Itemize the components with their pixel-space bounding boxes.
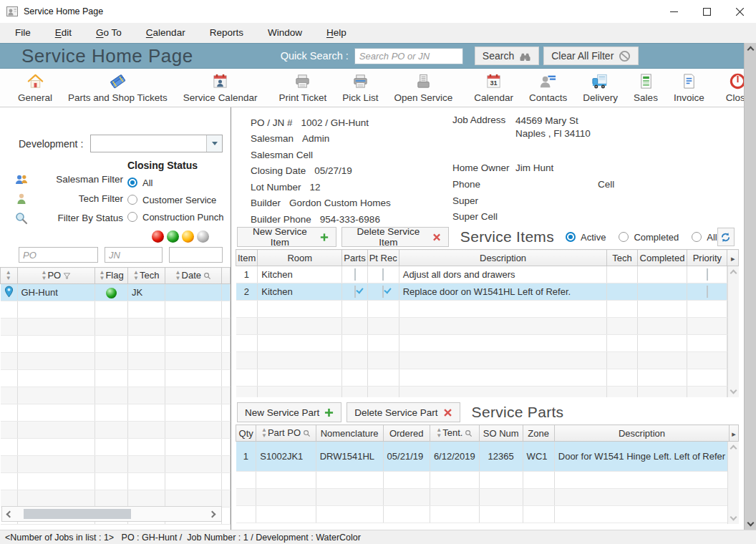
magnifier-small-icon[interactable] (465, 429, 472, 437)
jobs-empty-row[interactable] (1, 353, 231, 370)
close-window-button[interactable] (723, 0, 756, 23)
sort-icon[interactable]: ▲▼ (175, 270, 180, 281)
si-empty-row[interactable] (236, 301, 739, 318)
menu-item-window[interactable]: Window (256, 23, 314, 42)
toolbar-button-service-calendar[interactable]: Service Calendar (175, 70, 266, 106)
jobs-empty-row[interactable] (1, 370, 231, 387)
jobs-empty-row[interactable] (1, 404, 231, 422)
si-empty-row[interactable] (236, 335, 739, 352)
sp-column-part-po[interactable]: ▲▼Part PO (256, 425, 316, 442)
filter-row-tech-filter[interactable]: Tech Filter (0, 189, 127, 208)
radio-closing-status-all[interactable]: All (127, 174, 231, 191)
sp-empty-row[interactable] (236, 489, 739, 506)
toolbar-button-delivery[interactable]: Delivery (575, 70, 626, 106)
search-button[interactable]: Search (475, 47, 539, 65)
service-item-row[interactable]: 2KitchenReplace door on W1541HL Left of … (236, 283, 739, 301)
status-light-green[interactable] (167, 230, 179, 243)
sort-icon[interactable]: ▲▼ (41, 270, 46, 281)
si-column-priority[interactable]: Priority (687, 250, 727, 266)
si-empty-row[interactable] (236, 318, 739, 335)
jobs-empty-row[interactable] (1, 336, 231, 353)
menu-item-go-to[interactable]: Go To (84, 23, 134, 42)
checkbox[interactable] (382, 268, 384, 281)
filter-funnel-icon[interactable] (63, 272, 71, 280)
si-column-tech[interactable]: Tech (607, 250, 637, 266)
scrollbar-thumb[interactable] (24, 509, 131, 519)
sort-icon[interactable]: ▲▼ (99, 270, 104, 281)
sort-icon[interactable]: ▲▼ (436, 427, 441, 439)
sp-column-description[interactable]: Description (554, 425, 729, 442)
checkbox[interactable] (707, 286, 708, 298)
si-column-description[interactable]: Description (399, 250, 607, 266)
status-light-red[interactable] (152, 230, 164, 243)
clear-all-filter-button[interactable]: Clear All Filter (543, 47, 639, 65)
sp-empty-row[interactable] (236, 506, 739, 523)
minimize-button[interactable] (657, 0, 690, 23)
toolbar-button-general[interactable]: General (10, 70, 60, 106)
si-column-item[interactable]: Item (236, 250, 258, 266)
toolbar-button-contacts[interactable]: Contacts (521, 70, 575, 106)
scroll-down-icon[interactable] (730, 387, 737, 394)
scroll-up-icon[interactable] (730, 270, 737, 277)
sp-column-nomenclature[interactable]: Nomenclature (316, 425, 383, 442)
filter-row-salesman-filter[interactable]: Salesman Filter (0, 170, 127, 189)
radio-view-all[interactable]: All (692, 228, 717, 246)
service-item-row[interactable]: 1KitchenAdjust all dors and drawers (236, 266, 739, 283)
jobs-empty-row[interactable] (1, 439, 231, 456)
jobs-empty-row[interactable] (1, 473, 231, 490)
jobs-empty-row[interactable] (1, 301, 231, 319)
si-empty-row[interactable] (236, 352, 739, 369)
dropdown-arrow-button[interactable] (206, 135, 222, 152)
si-column-parts[interactable]: Parts (342, 250, 367, 266)
toolbar-button-sales[interactable]: Sales (626, 70, 666, 106)
scroll-up-icon[interactable] (747, 47, 755, 54)
jobs-empty-row[interactable] (1, 422, 231, 439)
toolbar-button-open-service[interactable]: Open Service (386, 70, 460, 106)
sp-column-tent[interactable]: ▲▼Tent. (430, 425, 479, 442)
jobs-column-tech[interactable]: ▲▼Tech (127, 268, 165, 284)
jobs-row[interactable]: GH-HuntJK (1, 284, 231, 301)
quick-search-input[interactable] (354, 48, 463, 64)
jobs-column-po[interactable]: ▲▼PO (17, 268, 95, 284)
si-column-pt-rec[interactable]: Pt Rec (367, 250, 399, 266)
magnifier-small-icon[interactable] (203, 272, 211, 280)
refresh-button[interactable] (717, 228, 735, 246)
sort-icon[interactable]: ▲▼ (6, 270, 11, 281)
menu-item-reports[interactable]: Reports (198, 23, 256, 42)
sp-column-ordered[interactable]: Ordered (383, 425, 430, 442)
jobs-horizontal-scrollbar[interactable] (1, 506, 222, 522)
si-empty-row[interactable] (236, 369, 739, 387)
status-light-yellow[interactable] (182, 230, 194, 243)
menu-item-file[interactable]: File (3, 23, 43, 42)
scroll-up-icon[interactable] (730, 445, 737, 452)
jn-filter-input[interactable] (105, 247, 163, 263)
si-empty-row[interactable] (236, 387, 739, 398)
sp-column-qty[interactable]: Qty (236, 425, 256, 442)
magnifier-small-icon[interactable] (303, 429, 311, 437)
development-dropdown[interactable] (90, 135, 223, 152)
scroll-right-icon[interactable] (209, 510, 216, 518)
menu-item-help[interactable]: Help (314, 23, 359, 42)
toolbar-button-pick-list[interactable]: Pick List (334, 70, 386, 106)
checkbox[interactable] (707, 268, 708, 281)
jobs-column-date[interactable]: ▲▼Date (165, 268, 221, 284)
scroll-left-icon[interactable] (6, 510, 14, 518)
sp-empty-row[interactable] (236, 472, 739, 489)
sort-icon[interactable]: ▲▼ (261, 427, 266, 439)
status-light-gray[interactable] (197, 230, 209, 243)
service-part-row[interactable]: 1S1002JK1DRW1541HL05/21/196/12/201912365… (236, 442, 739, 472)
toolbar-button-parts-and-shop-tickets[interactable]: Parts and Shop Tickets (60, 70, 175, 106)
delete-service-item-button[interactable]: Delete Service Item (341, 227, 449, 247)
filter-row-filter-by-status[interactable]: Filter By Status (0, 208, 127, 228)
delete-service-part-button[interactable]: Delete Service Part (346, 402, 460, 422)
jobs-column-flag[interactable]: ▲▼Flag (95, 268, 128, 284)
extra-filter-input[interactable] (169, 247, 223, 263)
po-filter-input[interactable] (19, 247, 98, 263)
jobs-column-pin[interactable]: ▲▼ (1, 268, 18, 284)
toolbar-button-calendar[interactable]: 31Calendar (466, 70, 521, 106)
toolbar-button-print-ticket[interactable]: Print Ticket (271, 70, 334, 106)
sort-icon[interactable]: ▲▼ (133, 270, 138, 281)
checkbox[interactable] (354, 286, 356, 298)
menu-item-calendar[interactable]: Calendar (134, 23, 198, 42)
radio-view-completed[interactable]: Completed (619, 228, 679, 246)
